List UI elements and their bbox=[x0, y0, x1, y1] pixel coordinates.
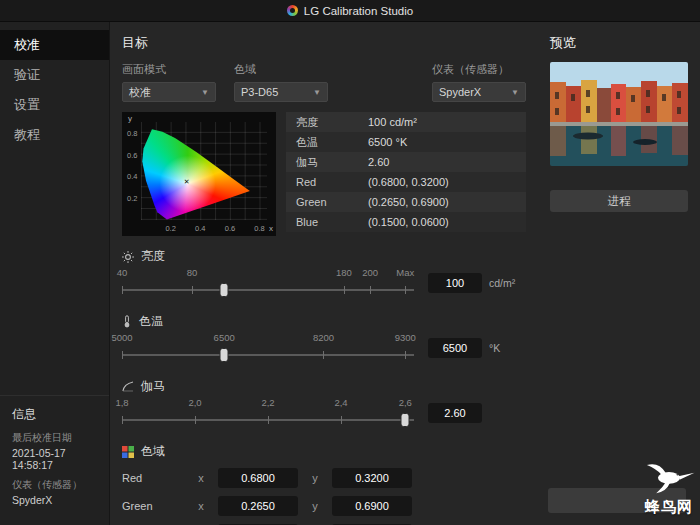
cie-ytick: 0.4 bbox=[127, 172, 137, 181]
thermometer-icon bbox=[122, 315, 132, 328]
row-value: (0.6800, 0.3200) bbox=[368, 176, 449, 188]
cie-ytick: 0.6 bbox=[127, 150, 137, 159]
brightness-slider-track[interactable] bbox=[122, 289, 414, 291]
brightness-slider-handle[interactable] bbox=[220, 283, 229, 297]
preview-heading: 预览 bbox=[550, 34, 688, 52]
gamma-slider-track[interactable] bbox=[122, 419, 414, 421]
row-label: 伽马 bbox=[296, 155, 368, 170]
color-temp-slider-title: 色温 bbox=[139, 313, 163, 330]
tick-label: Max bbox=[396, 267, 414, 278]
sidebar-item-calibration[interactable]: 校准 bbox=[0, 30, 109, 60]
target-values-table: 亮度100 cd/m² 色温6500 °K 伽马2.60 Red(0.6800,… bbox=[286, 112, 526, 232]
gamut-row-green: Green x 0.2650 y 0.6900 bbox=[122, 496, 526, 516]
tick-label: 6500 bbox=[214, 332, 235, 343]
tick-label: 2,4 bbox=[334, 397, 347, 408]
gamut-y-label: y bbox=[298, 472, 332, 484]
gamut-x-label: x bbox=[184, 472, 218, 484]
tick-label: 2,6 bbox=[399, 397, 412, 408]
color-temp-slider-track[interactable] bbox=[122, 354, 414, 356]
tick-label: 5000 bbox=[111, 332, 132, 343]
main-content: 目标 画面模式 校准 ▼ 色域 P3-D65 ▼ bbox=[110, 22, 538, 525]
red-y-field[interactable]: 0.3200 bbox=[332, 468, 412, 488]
table-row: 亮度100 cd/m² bbox=[286, 112, 526, 132]
progress-button[interactable]: 进程 bbox=[550, 190, 688, 212]
tick-label: 40 bbox=[117, 267, 128, 278]
sidebar-item-settings[interactable]: 设置 bbox=[0, 90, 109, 120]
chevron-down-icon: ▼ bbox=[511, 88, 519, 97]
gamut-dropdown[interactable]: P3-D65 ▼ bbox=[234, 82, 328, 102]
tick-label: 80 bbox=[187, 267, 198, 278]
sensor-value: SpyderX bbox=[12, 494, 97, 506]
sensor-select-label: 仪表（传感器） bbox=[432, 62, 526, 77]
cie-y-axis-label: y bbox=[128, 114, 132, 123]
picture-mode-dropdown[interactable]: 校准 ▼ bbox=[122, 82, 216, 102]
cie-chromaticity-diagram: y ✕ 0.2 0.4 0.6 0.8 0.2 0.4 0.6 0.8 x bbox=[122, 112, 276, 236]
sensor-dropdown[interactable]: SpyderX ▼ bbox=[432, 82, 526, 102]
cie-xtick: 0.2 bbox=[165, 224, 175, 233]
sun-icon bbox=[122, 251, 134, 263]
gamut-color-name: Red bbox=[122, 472, 184, 484]
last-calibration-date-label: 最后校准日期 bbox=[12, 431, 97, 445]
window-title: LG Calibration Studio bbox=[304, 5, 413, 17]
cie-gamut-horseshoe bbox=[141, 122, 267, 220]
sensor-label: 仪表（传感器） bbox=[12, 478, 97, 492]
cie-xtick: 0.4 bbox=[195, 224, 205, 233]
color-temp-value-field[interactable]: 6500 bbox=[428, 338, 482, 358]
table-row: Green(0.2650, 0.6900) bbox=[286, 192, 526, 212]
cie-ytick: 0.2 bbox=[127, 194, 137, 203]
tick-label: 9300 bbox=[395, 332, 416, 343]
color-temp-slider-handle[interactable] bbox=[220, 348, 229, 362]
gamut-x-label: x bbox=[184, 500, 218, 512]
color-temp-unit: °K bbox=[482, 342, 526, 354]
green-y-field[interactable]: 0.6900 bbox=[332, 496, 412, 516]
row-label: Green bbox=[296, 196, 368, 208]
row-label: 亮度 bbox=[296, 115, 368, 130]
sidebar: 校准 验证 设置 教程 信息 最后校准日期 2021-05-17 14:58:1… bbox=[0, 22, 110, 525]
row-value: (0.2650, 0.6900) bbox=[368, 196, 449, 208]
info-heading: 信息 bbox=[12, 406, 97, 423]
gamut-select-label: 色域 bbox=[234, 62, 328, 77]
color-grid-icon bbox=[122, 446, 134, 458]
tick-label: 200 bbox=[362, 267, 378, 278]
row-value: 6500 °K bbox=[368, 136, 407, 148]
sensor-select-group: 仪表（传感器） SpyderX ▼ bbox=[432, 62, 526, 102]
tick-label: 180 bbox=[336, 267, 352, 278]
sidebar-item-tutorial[interactable]: 教程 bbox=[0, 120, 109, 150]
row-value: (0.1500, 0.0600) bbox=[368, 216, 449, 228]
chevron-down-icon: ▼ bbox=[313, 88, 321, 97]
table-row: Red(0.6800, 0.3200) bbox=[286, 172, 526, 192]
app-window: LG Calibration Studio 校准 验证 设置 教程 信息 最后校… bbox=[0, 0, 700, 525]
gamut-section-title: 色域 bbox=[141, 443, 165, 460]
gamma-slider: 1,8 2,0 2,2 2,4 2,6 2.60 bbox=[122, 395, 526, 431]
gamma-value-field[interactable]: 2.60 bbox=[428, 403, 482, 423]
table-row: 伽马2.60 bbox=[286, 152, 526, 172]
row-label: Blue bbox=[296, 216, 368, 228]
cie-plot-area: ✕ 0.2 0.4 0.6 0.8 0.2 0.4 0.6 0.8 bbox=[141, 122, 267, 220]
gamut-value: P3-D65 bbox=[241, 86, 278, 98]
picture-mode-label: 画面模式 bbox=[122, 62, 216, 77]
gamma-slider-handle[interactable] bbox=[401, 413, 410, 427]
gamut-y-label: y bbox=[298, 500, 332, 512]
cie-x-axis-label: x bbox=[269, 224, 273, 233]
tick-label: 2,2 bbox=[261, 397, 274, 408]
row-label: 色温 bbox=[296, 135, 368, 150]
row-value: 100 cd/m² bbox=[368, 116, 417, 128]
sidebar-item-verification[interactable]: 验证 bbox=[0, 60, 109, 90]
preview-panel: 预览 bbox=[538, 22, 700, 525]
row-label: Red bbox=[296, 176, 368, 188]
cie-xtick: 0.6 bbox=[225, 224, 235, 233]
sidebar-info-panel: 信息 最后校准日期 2021-05-17 14:58:17 仪表（传感器） Sp… bbox=[0, 395, 109, 525]
gamut-row-red: Red x 0.6800 y 0.3200 bbox=[122, 468, 526, 488]
green-x-field[interactable]: 0.2650 bbox=[218, 496, 298, 516]
brightness-value-field[interactable]: 100 bbox=[428, 273, 482, 293]
red-x-field[interactable]: 0.6800 bbox=[218, 468, 298, 488]
gamut-color-name: Green bbox=[122, 500, 184, 512]
tick-label: 2,0 bbox=[188, 397, 201, 408]
picture-mode-value: 校准 bbox=[129, 85, 151, 100]
gamma-curve-icon bbox=[122, 381, 134, 392]
primary-action-button[interactable] bbox=[548, 488, 686, 513]
gamut-select-group: 色域 P3-D65 ▼ bbox=[234, 62, 328, 102]
preview-image bbox=[550, 62, 688, 166]
tick-label: 1,8 bbox=[115, 397, 128, 408]
brightness-unit: cd/m² bbox=[482, 277, 526, 289]
